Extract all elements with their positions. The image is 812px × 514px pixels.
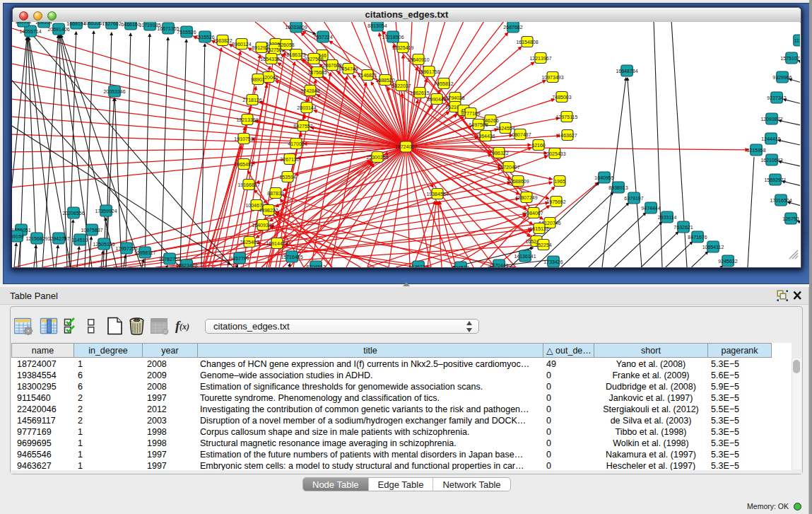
- svg-text:2718126: 2718126: [242, 98, 261, 103]
- svg-text:16782759: 16782759: [158, 257, 180, 262]
- svg-text:11325419: 11325419: [392, 45, 414, 50]
- svg-text:9777169: 9777169: [461, 111, 480, 116]
- svg-text:1615132: 1615132: [529, 226, 548, 231]
- svg-text:209514: 209514: [35, 22, 52, 25]
- svg-text:9084067: 9084067: [524, 211, 543, 216]
- svg-text:9327508: 9327508: [304, 57, 323, 62]
- svg-text:20053346: 20053346: [103, 89, 125, 94]
- svg-text:2687682: 2687682: [503, 25, 522, 30]
- svg-text:2364436: 2364436: [476, 134, 495, 139]
- svg-text:8704512: 8704512: [306, 264, 325, 268]
- svg-text:9146821: 9146821: [358, 73, 377, 78]
- svg-text:9245632: 9245632: [718, 259, 737, 264]
- svg-text:165331: 165331: [15, 22, 31, 24]
- svg-text:16154808: 16154808: [516, 40, 538, 45]
- svg-text:5322037: 5322037: [392, 83, 411, 88]
- svg-text:16961758: 16961758: [418, 69, 440, 74]
- svg-text:98901: 98901: [251, 77, 265, 82]
- svg-text:1588520: 1588520: [375, 78, 394, 83]
- svg-text:10025433: 10025433: [543, 151, 565, 156]
- svg-text:6466160: 6466160: [121, 22, 140, 27]
- svg-text:15716485: 15716485: [281, 255, 302, 259]
- svg-text:1965493: 1965493: [234, 162, 253, 167]
- svg-text:8471676: 8471676: [688, 235, 707, 240]
- svg-text:20206556: 20206556: [62, 211, 84, 216]
- svg-text:16671355: 16671355: [157, 26, 179, 31]
- svg-text:3215958: 3215958: [746, 148, 765, 153]
- svg-text:10958117: 10958117: [134, 250, 156, 255]
- svg-text:62160: 62160: [531, 143, 546, 148]
- svg-text:3875685: 3875685: [307, 70, 326, 75]
- svg-text:19218506: 19218506: [382, 35, 404, 40]
- svg-text:8938913: 8938913: [608, 185, 628, 190]
- svg-text:126753: 126753: [782, 216, 799, 221]
- svg-text:19166827: 19166827: [237, 182, 259, 187]
- svg-text:7870441: 7870441: [489, 263, 508, 268]
- svg-text:14136141: 14136141: [514, 254, 536, 259]
- svg-text:8427552: 8427552: [293, 124, 312, 129]
- svg-text:10654112: 10654112: [702, 245, 724, 250]
- svg-text:8813054: 8813054: [367, 23, 387, 28]
- svg-text:16914479: 16914479: [266, 241, 288, 246]
- svg-text:16648784: 16648784: [616, 69, 637, 74]
- svg-text:15751074: 15751074: [780, 56, 800, 61]
- svg-text:1112: 1112: [794, 38, 800, 43]
- svg-text:12156829: 12156829: [25, 236, 47, 241]
- svg-text:16033809: 16033809: [285, 25, 307, 30]
- svg-text:252254: 252254: [535, 243, 551, 247]
- svg-text:12975115: 12975115: [556, 115, 578, 119]
- svg-text:3624554: 3624554: [495, 126, 514, 131]
- svg-text:13640910: 13640910: [407, 57, 429, 62]
- svg-text:7515526: 7515526: [195, 35, 214, 40]
- svg-text:2933114: 2933114: [658, 215, 677, 220]
- svg-text:8960124: 8960124: [232, 42, 251, 47]
- svg-text:16543382: 16543382: [260, 57, 282, 62]
- svg-text:8454749: 8454749: [339, 66, 358, 71]
- svg-text:9329966: 9329966: [772, 75, 792, 80]
- svg-text:8990448: 8990448: [427, 97, 446, 102]
- svg-text:9242848: 9242848: [300, 88, 319, 93]
- svg-text:15720407: 15720407: [498, 165, 519, 170]
- svg-text:7485003: 7485003: [552, 95, 571, 100]
- svg-text:7955812: 7955812: [434, 81, 453, 86]
- svg-text:7663822: 7663822: [213, 38, 232, 43]
- svg-text:4498222: 4498222: [259, 208, 278, 213]
- svg-text:10975887: 10975887: [81, 228, 102, 233]
- svg-text:7986322: 7986322: [489, 151, 508, 156]
- svg-text:17016504: 17016504: [770, 198, 792, 203]
- svg-text:25300255: 25300255: [366, 155, 388, 160]
- svg-text:18807249: 18807249: [515, 195, 537, 200]
- svg-text:7632621: 7632621: [673, 225, 693, 230]
- svg-text:12093872: 12093872: [760, 117, 782, 122]
- svg-text:12213967: 12213967: [529, 56, 551, 61]
- svg-text:7357224: 7357224: [313, 35, 332, 40]
- svg-text:1910753: 1910753: [234, 136, 253, 141]
- svg-text:2803144: 2803144: [297, 105, 316, 110]
- svg-text:10688609: 10688609: [507, 179, 529, 184]
- svg-text:6379197: 6379197: [624, 196, 643, 201]
- svg-text:20691406: 20691406: [47, 27, 69, 32]
- svg-text:114519: 114519: [72, 238, 88, 243]
- svg-text:9136772: 9136772: [408, 264, 428, 268]
- svg-text:1244415: 1244415: [761, 136, 780, 141]
- svg-text:417006: 417006: [288, 141, 304, 146]
- svg-text:887833: 887833: [267, 191, 283, 196]
- svg-text:1640955: 1640955: [594, 175, 613, 180]
- svg-text:(x): (x): [180, 322, 189, 332]
- svg-text:1527602: 1527602: [102, 22, 121, 26]
- svg-text:16409349: 16409349: [252, 223, 273, 228]
- svg-text:10807487: 10807487: [509, 132, 531, 137]
- svg-text:1463627: 1463627: [558, 133, 577, 138]
- svg-text:7625402: 7625402: [240, 240, 259, 245]
- svg-text:12213369: 12213369: [236, 117, 258, 122]
- svg-text:6794028: 6794028: [445, 95, 464, 100]
- svg-text:7515526: 7515526: [177, 30, 196, 35]
- svg-text:12823448: 12823448: [175, 263, 197, 268]
- svg-text:9227342: 9227342: [767, 95, 786, 100]
- svg-text:14055714: 14055714: [19, 29, 41, 34]
- svg-text:19384554: 19384554: [426, 192, 448, 197]
- svg-text:226058: 226058: [278, 42, 294, 47]
- svg-text:39159: 39159: [12, 234, 24, 239]
- svg-text:1733426: 1733426: [543, 259, 563, 264]
- svg-text:9474444: 9474444: [641, 206, 660, 211]
